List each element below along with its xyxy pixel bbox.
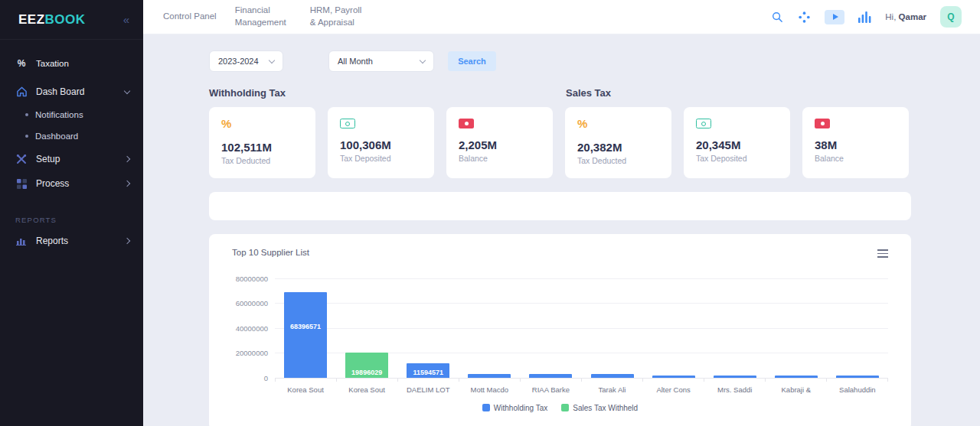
sidebar: EEZBOOK « % Taxation Dash Board Notifica… (0, 0, 143, 426)
month-select-value: All Month (338, 57, 373, 66)
sidebar-collapse-icon[interactable]: « (123, 13, 129, 26)
sidebar-header: EEZBOOK « (0, 0, 143, 40)
play-button[interactable] (825, 10, 844, 24)
bar-value-label: 11594571 (407, 369, 449, 376)
year-select-value: 2023-2024 (218, 57, 259, 66)
cash-filled-icon (815, 119, 830, 128)
legend-item[interactable]: Sales Tax Withheld (561, 404, 638, 412)
card-value: 38M (815, 138, 897, 151)
user-greeting: Hi, Qamar (885, 12, 926, 21)
x-axis-category-label: Korea Sout (336, 385, 397, 394)
chart-bar[interactable] (836, 376, 879, 377)
y-axis-tick-label: 60000000 (236, 299, 275, 307)
chart-title: Top 10 Supplier List (232, 248, 309, 257)
stats-bars-icon[interactable] (858, 11, 871, 23)
tab-financial-management[interactable]: Financial Management (235, 5, 292, 28)
gridline (275, 378, 888, 379)
bar-slot (520, 278, 581, 378)
header-actions: Hi, Qamar Q (771, 6, 980, 28)
cash-filled-icon (459, 119, 474, 128)
chart-bar[interactable]: 19896029 (345, 353, 388, 377)
sidebar-subitem-label: Notifications (35, 110, 83, 119)
y-axis-tick-label: 0 (264, 373, 275, 382)
empty-panel (209, 192, 911, 220)
chevron-down-icon (420, 57, 426, 63)
module-tabs: Control Panel Financial Management HRM, … (143, 5, 367, 28)
sidebar-item-dashboard[interactable]: Dash Board (0, 80, 143, 104)
chart-menu-icon[interactable] (877, 248, 888, 260)
card-value: 102,511M (221, 141, 303, 154)
sidebar-reports-header: REPORTS (0, 216, 143, 224)
percent-icon: % (15, 58, 28, 69)
legend-label: Withholding Tax (494, 404, 547, 412)
chart-bar[interactable] (652, 376, 695, 377)
logo-text-secondary: BOOK (45, 12, 86, 27)
card-st-tax-deposited: 20,345M Tax Deposited (684, 107, 790, 178)
chevron-right-icon (124, 180, 130, 187)
x-axis-category-label: RIAA Barke (520, 385, 581, 394)
sidebar-item-reports[interactable]: Reports (0, 229, 143, 253)
kpi-cards: % 102,511M Tax Deducted 100,306M Tax Dep… (209, 107, 911, 178)
tab-hrm-payroll[interactable]: HRM, Payroll & Appraisal (310, 5, 367, 28)
main-content: 2023-2024 All Month Search Withholding T… (143, 34, 980, 426)
legend-item[interactable]: Withholding Tax (482, 404, 547, 412)
avatar[interactable]: Q (940, 6, 962, 28)
sidebar-item-process[interactable]: Process (0, 171, 143, 196)
card-st-tax-deducted: % 20,382M Tax Deducted (565, 107, 671, 178)
card-wht-balance: 2,205M Balance (446, 107, 553, 178)
chart-bar[interactable]: 68396571 (284, 292, 327, 377)
sidebar-item-label: Reports (36, 236, 116, 246)
play-icon (833, 14, 838, 20)
card-wht-tax-deposited: 100,306M Tax Deposited (328, 107, 434, 178)
chart-bar[interactable] (775, 376, 818, 377)
sidebar-item-label: Process (36, 178, 116, 189)
chart-bar[interactable] (714, 376, 756, 377)
year-select[interactable]: 2023-2024 (209, 50, 283, 72)
sidebar-section-taxation: % Taxation (0, 58, 143, 69)
filter-bar: 2023-2024 All Month Search (209, 50, 911, 72)
bullet-icon (25, 135, 28, 138)
withholding-tax-title: Withholding Tax (209, 87, 566, 99)
apps-dots-icon[interactable] (798, 11, 811, 24)
bar-slot (581, 278, 642, 378)
card-label: Tax Deposited (696, 154, 778, 163)
month-select[interactable]: All Month (328, 50, 434, 72)
home-icon (15, 86, 28, 97)
cash-outline-icon (696, 119, 711, 128)
search-button[interactable]: Search (448, 51, 496, 71)
sidebar-item-setup[interactable]: Setup (0, 147, 143, 171)
chart-x-labels: Korea SoutKorea SoutDAELIM LOTMott Macdo… (275, 385, 888, 394)
y-axis-tick-label: 80000000 (236, 274, 275, 282)
card-label: Balance (459, 154, 541, 163)
card-value: 20,382M (577, 141, 659, 154)
chart-bar[interactable] (591, 374, 634, 377)
bullet-icon (25, 113, 28, 116)
sidebar-item-dashboard-sub[interactable]: Dashboard (0, 125, 143, 147)
legend-swatch (561, 404, 569, 411)
sidebar-section-label: Taxation (36, 59, 69, 68)
card-label: Balance (815, 154, 897, 163)
tools-icon (15, 154, 28, 164)
supplier-chart-panel: Top 10 Supplier List 6839657119896029115… (209, 234, 911, 426)
sidebar-item-notifications[interactable]: Notifications (0, 104, 143, 125)
card-value: 100,306M (340, 138, 422, 151)
chevron-right-icon (124, 156, 130, 162)
chart-bar[interactable] (468, 374, 511, 377)
chevron-down-icon (124, 87, 130, 93)
tab-control-panel[interactable]: Control Panel (163, 11, 217, 23)
chart-bar[interactable] (529, 374, 572, 377)
bar-value-label: 68396571 (284, 323, 327, 330)
x-axis-category-label: DAELIM LOT (397, 385, 459, 394)
percent-icon: % (577, 117, 587, 130)
process-grid-icon (15, 179, 28, 189)
x-axis-category-label: Kabraji & (766, 385, 827, 394)
app-logo: EEZBOOK (18, 12, 86, 28)
sidebar-subitem-label: Dashboard (35, 132, 78, 141)
search-icon[interactable] (771, 11, 784, 24)
chart-bar[interactable]: 11594571 (407, 363, 449, 378)
x-axis-category-label: Mott Macdo (459, 385, 520, 394)
top-header: Control Panel Financial Management HRM, … (143, 0, 980, 34)
bar-slot (459, 278, 520, 378)
card-label: Tax Deducted (577, 156, 659, 165)
card-value: 2,205M (459, 138, 541, 151)
